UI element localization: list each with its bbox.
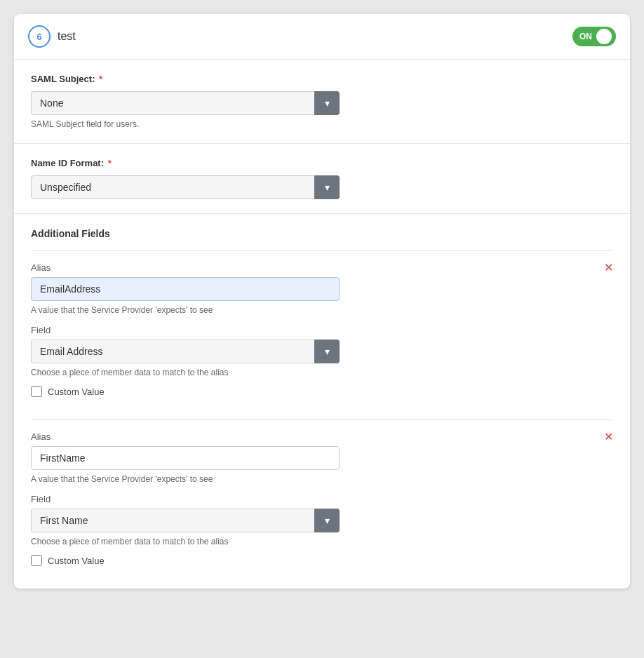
remove-field-2-button[interactable]: ✕: [604, 431, 613, 443]
alias-2-label: Alias: [31, 431, 613, 442]
name-id-format-label: Name ID Format: *: [31, 158, 613, 168]
additional-fields-section: Additional Fields ✕ Alias A value that t…: [14, 214, 630, 589]
toggle-switch[interactable]: ON: [572, 27, 616, 46]
field-group-1: ✕ Alias A value that the Service Provide…: [31, 250, 613, 419]
name-id-format-select[interactable]: Unspecified Email Address Persistent Tra…: [31, 175, 340, 199]
field-group-2: ✕ Alias A value that the Service Provide…: [31, 419, 613, 589]
name-id-required: *: [105, 158, 112, 168]
app-icon: 6: [28, 25, 51, 48]
alias-2-description: A value that the Service Provider 'expec…: [31, 474, 613, 484]
saml-subject-required: *: [97, 74, 103, 84]
field-1-description: Choose a piece of member data to match t…: [31, 368, 613, 377]
field-2-label: Field: [31, 494, 613, 504]
alias-1-input[interactable]: [31, 277, 340, 301]
custom-value-2-label: Custom Value: [48, 556, 105, 566]
name-id-format-section: Name ID Format: * Unspecified Email Addr…: [14, 144, 630, 214]
saml-subject-select[interactable]: None Email Address Username Custom: [31, 91, 340, 115]
additional-fields-title: Additional Fields: [31, 228, 613, 239]
field-1-label: Field: [31, 325, 613, 335]
alias-1-description: A value that the Service Provider 'expec…: [31, 305, 613, 315]
saml-subject-label: SAML Subject: *: [31, 74, 613, 84]
alias-1-label: Alias: [31, 262, 613, 273]
toggle-circle: [596, 29, 612, 44]
name-id-format-select-wrapper: Unspecified Email Address Persistent Tra…: [31, 175, 340, 199]
alias-2-input[interactable]: [31, 446, 340, 470]
saml-subject-description: SAML Subject field for users.: [31, 119, 613, 129]
toggle-label: ON: [579, 32, 592, 41]
custom-value-1-checkbox[interactable]: [31, 386, 42, 397]
header-left: 6 test: [28, 25, 76, 48]
main-card: 6 test ON SAML Subject: * None Email Add…: [14, 14, 630, 589]
custom-value-2-row: Custom Value: [31, 555, 613, 577]
field-2-description: Choose a piece of member data to match t…: [31, 537, 613, 546]
field-1-select-wrapper: Email Address First Name Last Name Usern…: [31, 340, 340, 363]
field-2-select-wrapper: Email Address First Name Last Name Usern…: [31, 509, 340, 532]
app-title: test: [58, 30, 76, 43]
custom-value-1-label: Custom Value: [48, 387, 105, 397]
icon-number: 6: [36, 32, 41, 42]
remove-field-1-button[interactable]: ✕: [604, 262, 613, 274]
saml-subject-select-wrapper: None Email Address Username Custom: [31, 91, 340, 115]
custom-value-1-row: Custom Value: [31, 386, 613, 408]
custom-value-2-checkbox[interactable]: [31, 555, 42, 566]
card-header: 6 test ON: [14, 14, 630, 60]
field-2-select[interactable]: Email Address First Name Last Name Usern…: [31, 509, 340, 532]
saml-subject-section: SAML Subject: * None Email Address Usern…: [14, 60, 630, 144]
field-1-select[interactable]: Email Address First Name Last Name Usern…: [31, 340, 340, 363]
